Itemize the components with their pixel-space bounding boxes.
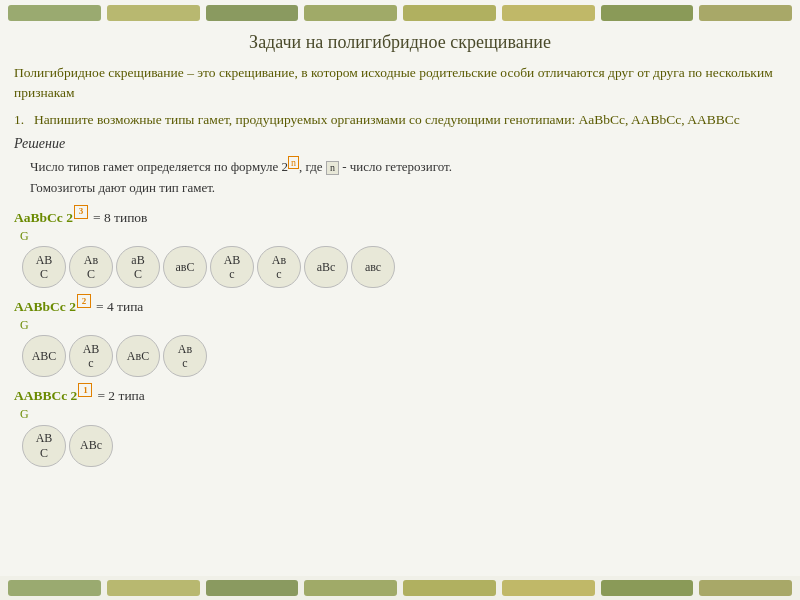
gamete-box-aBC: аВС — [116, 246, 160, 288]
gamete-box-3-ABC: АВС — [22, 425, 66, 467]
section3-gametes: АВС АВс — [0, 423, 800, 471]
section3-label: AABBCc 21 — [14, 385, 93, 407]
gamete-box-abC: авС — [163, 246, 207, 288]
section3-row: AABBCc 21 = 2 типа — [0, 383, 800, 407]
top-bar — [0, 0, 800, 24]
top-tab-2 — [107, 5, 200, 21]
section2-row: AABbCc 22 = 4 типа — [0, 294, 800, 318]
section3-g: G — [0, 407, 800, 421]
section2-g: G — [0, 318, 800, 332]
top-tab-4 — [304, 5, 397, 21]
bottom-tab-5 — [403, 580, 496, 596]
gamete-box-aBc: аВс — [304, 246, 348, 288]
n-box: n — [326, 161, 339, 175]
bottom-tab-3 — [206, 580, 299, 596]
section1-sup: 3 — [74, 205, 88, 219]
section3-sup: 1 — [78, 383, 92, 397]
section1-gametes: АВС АвС аВС авС АВс Авс аВс авс — [0, 244, 800, 292]
top-tab-6 — [502, 5, 595, 21]
numbered-item-1: Напишите возможные типы гамет, продуциру… — [0, 106, 800, 132]
page-title: Задачи на полигибридное скрещивание — [0, 24, 800, 59]
top-tab-7 — [601, 5, 694, 21]
gamete-box-AbC: АвС — [69, 246, 113, 288]
solution-heading: Решение — [0, 132, 800, 154]
top-tab-8 — [699, 5, 792, 21]
gamete-box-2-ABC: АВС — [22, 335, 66, 377]
formula-block: Число типов гамет определяется по формул… — [0, 154, 800, 201]
intro-paragraph: Полигибридное скрещивание – это скрещива… — [0, 59, 800, 106]
section2-sup: 2 — [77, 294, 91, 308]
section2-equals: = 4 типа — [96, 296, 143, 318]
top-tab-5 — [403, 5, 496, 21]
bottom-tab-1 — [8, 580, 101, 596]
gamete-box-3-ABc: АВс — [69, 425, 113, 467]
section1-row: AaBbCc 23 = 8 типов — [0, 205, 800, 229]
section2-gametes: АВС АВс АвС Авс — [0, 333, 800, 381]
top-tab-1 — [8, 5, 101, 21]
gamete-box-2-Abc: Авс — [163, 335, 207, 377]
gamete-box-Abc: Авс — [257, 246, 301, 288]
gamete-box-2-AbC: АвС — [116, 335, 160, 377]
formula-sup: n — [288, 156, 299, 169]
section3-equals: = 2 типа — [97, 385, 144, 407]
section1-g: G — [0, 229, 800, 243]
bottom-bar — [0, 576, 800, 600]
gamete-box-abc: авс — [351, 246, 395, 288]
section2-label: AABbCc 22 — [14, 296, 92, 318]
bottom-tab-6 — [502, 580, 595, 596]
gamete-box-ABc: АВс — [210, 246, 254, 288]
bottom-tab-7 — [601, 580, 694, 596]
section1-equals: = 8 типов — [93, 207, 148, 229]
bottom-tab-4 — [304, 580, 397, 596]
section1-label: AaBbCc 23 — [14, 207, 89, 229]
gamete-box-ABC: АВС — [22, 246, 66, 288]
bottom-tab-8 — [699, 580, 792, 596]
gamete-box-2-ABc: АВс — [69, 335, 113, 377]
top-tab-3 — [206, 5, 299, 21]
bottom-tab-2 — [107, 580, 200, 596]
